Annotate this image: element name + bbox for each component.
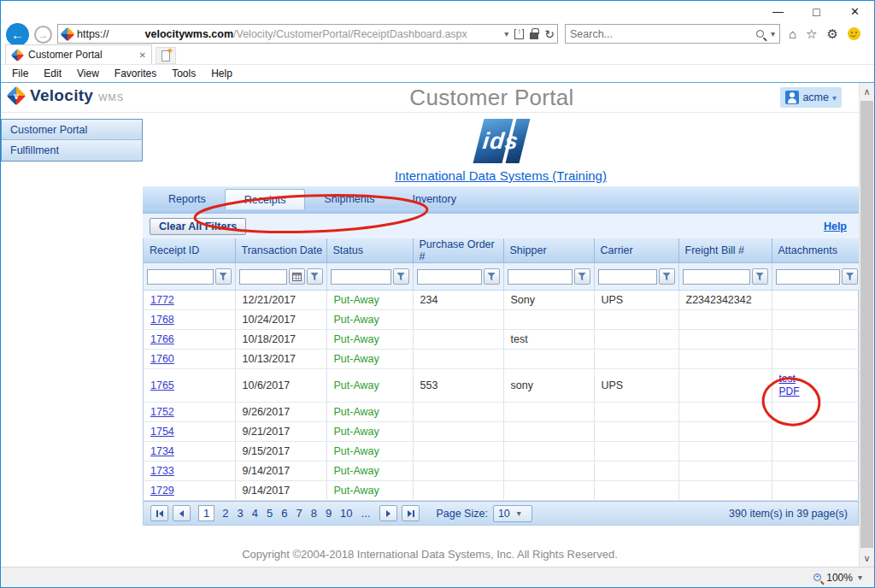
compatibility-icon[interactable]: [514, 29, 524, 39]
cell-purchase-order: [413, 481, 503, 501]
filter-funnel-button[interactable]: [659, 268, 675, 285]
filter-funnel-button[interactable]: [393, 268, 409, 285]
page-size-label: Page Size:: [436, 508, 487, 520]
search-icon[interactable]: [756, 30, 764, 38]
pager-page-8[interactable]: 8: [311, 507, 317, 520]
address-bar[interactable]: https:// velocitywms.com /Velocity/Custo…: [57, 24, 558, 44]
column-header-transaction-date[interactable]: Transaction Date: [235, 238, 326, 263]
menu-view[interactable]: View: [69, 68, 107, 79]
filter-input-7[interactable]: [776, 269, 841, 285]
pager-page-9[interactable]: 9: [326, 507, 332, 520]
cell-purchase-order: 553: [413, 369, 503, 403]
sidebar-item-fulfillment[interactable]: Fulfillment: [2, 140, 142, 161]
column-header-shipper[interactable]: Shipper: [503, 238, 594, 263]
vertical-scrollbar[interactable]: ∧ ∨: [859, 83, 874, 567]
back-button[interactable]: ←: [6, 23, 29, 46]
receipt-link[interactable]: 1734: [150, 445, 174, 457]
attachment-link[interactable]: PDF: [779, 385, 800, 398]
menu-help[interactable]: Help: [203, 68, 240, 79]
sidebar-item-customer-portal[interactable]: Customer Portal: [2, 120, 142, 140]
pager-page-current[interactable]: 1: [198, 505, 214, 521]
tab-close-icon[interactable]: ✕: [139, 50, 146, 60]
receipt-link[interactable]: 1772: [150, 294, 174, 306]
help-link[interactable]: Help: [824, 220, 847, 232]
column-header-freight-bill-[interactable]: Freight Bill #: [678, 238, 772, 263]
search-input[interactable]: [570, 28, 756, 40]
tab-shipments[interactable]: Shipments: [305, 190, 393, 209]
favorites-icon[interactable]: ☆: [806, 26, 817, 42]
ids-logo[interactable]: ids: [473, 119, 528, 163]
filter-funnel-button[interactable]: [307, 268, 323, 285]
filter-input-4[interactable]: [508, 269, 573, 285]
minimize-button[interactable]: —: [759, 1, 797, 22]
menu-file[interactable]: File: [4, 68, 36, 79]
pager-page-2[interactable]: 2: [222, 507, 228, 520]
filter-funnel-button[interactable]: [842, 268, 858, 285]
refresh-icon[interactable]: ↻: [544, 27, 555, 41]
search-box[interactable]: ▾: [565, 24, 780, 44]
filter-input-2[interactable]: [331, 269, 391, 285]
filter-funnel-button[interactable]: [484, 268, 500, 285]
zoom-icon[interactable]: [813, 573, 821, 581]
column-header-attachments[interactable]: Attachments: [772, 238, 861, 263]
column-header-carrier[interactable]: Carrier: [594, 238, 678, 263]
attachment-link[interactable]: test: [779, 373, 796, 385]
scroll-up-icon[interactable]: ∧: [860, 83, 874, 100]
pager-last-button[interactable]: [402, 505, 420, 521]
receipt-link[interactable]: 1765: [150, 379, 174, 391]
menu-tools[interactable]: Tools: [164, 68, 203, 79]
filter-funnel-button[interactable]: [752, 268, 768, 285]
calendar-button[interactable]: [289, 268, 305, 285]
maximize-button[interactable]: □: [797, 1, 836, 22]
column-header-receipt-id[interactable]: Receipt ID: [144, 238, 235, 263]
feedback-smiley-icon[interactable]: [848, 27, 860, 40]
receipt-link[interactable]: 1760: [150, 353, 174, 365]
filter-funnel-button[interactable]: [574, 268, 590, 285]
pager-page-6[interactable]: 6: [281, 507, 287, 520]
pager-prev-button[interactable]: [173, 505, 191, 521]
pager-first-button[interactable]: [150, 505, 168, 521]
receipt-link[interactable]: 1752: [150, 406, 174, 418]
cell-status: Put-Away: [326, 369, 413, 403]
filter-input-6[interactable]: [683, 269, 750, 285]
new-tab-button[interactable]: [156, 47, 176, 64]
receipt-link[interactable]: 1768: [150, 314, 174, 326]
page-size-dropdown[interactable]: 10 ▾: [493, 505, 532, 522]
receipt-link[interactable]: 1733: [150, 465, 174, 477]
menu-edit[interactable]: Edit: [36, 68, 69, 79]
pager-page-7[interactable]: 7: [296, 507, 302, 520]
pager-page-3[interactable]: 3: [237, 507, 243, 520]
pager-next-button[interactable]: [379, 505, 397, 521]
org-link[interactable]: International Data Systems (Training): [395, 168, 607, 183]
clear-all-filters-button[interactable]: Clear All Filters: [150, 218, 246, 235]
home-icon[interactable]: ⌂: [789, 26, 796, 41]
receipt-link[interactable]: 1766: [150, 333, 174, 345]
receipt-link[interactable]: 1729: [150, 485, 174, 497]
zoom-dropdown-icon[interactable]: ▾: [858, 573, 862, 582]
close-button[interactable]: ✕: [836, 1, 874, 22]
tab-receipts[interactable]: Receipts: [225, 189, 306, 209]
user-menu[interactable]: acme ▾: [780, 87, 842, 108]
pager-page-4[interactable]: 4: [252, 507, 258, 520]
receipt-link[interactable]: 1754: [150, 426, 174, 438]
column-header-status[interactable]: Status: [326, 238, 413, 263]
scroll-down-icon[interactable]: ∨: [860, 550, 874, 567]
filter-input-3[interactable]: [417, 269, 482, 285]
filter-input-1[interactable]: [239, 269, 287, 285]
menu-favorites[interactable]: Favorites: [107, 68, 164, 79]
settings-icon[interactable]: ⚙: [827, 26, 838, 42]
pager-page-5[interactable]: 5: [267, 507, 273, 520]
tab-inventory[interactable]: Inventory: [393, 190, 474, 209]
search-dropdown-icon[interactable]: ▾: [771, 29, 775, 38]
filter-input-5[interactable]: [598, 269, 657, 285]
forward-button[interactable]: →: [34, 26, 52, 44]
pager-page-...[interactable]: ...: [361, 507, 371, 520]
column-header-purchase-order-[interactable]: Purchase Order #: [413, 238, 503, 263]
pager-page-10[interactable]: 10: [340, 507, 352, 520]
filter-funnel-button[interactable]: [215, 268, 232, 285]
address-dropdown-icon[interactable]: ▾: [504, 29, 508, 38]
tab-reports[interactable]: Reports: [150, 190, 225, 209]
browser-tab[interactable]: Customer Portal ✕: [5, 44, 152, 64]
scroll-thumb[interactable]: [860, 101, 873, 548]
filter-input-0[interactable]: [147, 269, 214, 285]
